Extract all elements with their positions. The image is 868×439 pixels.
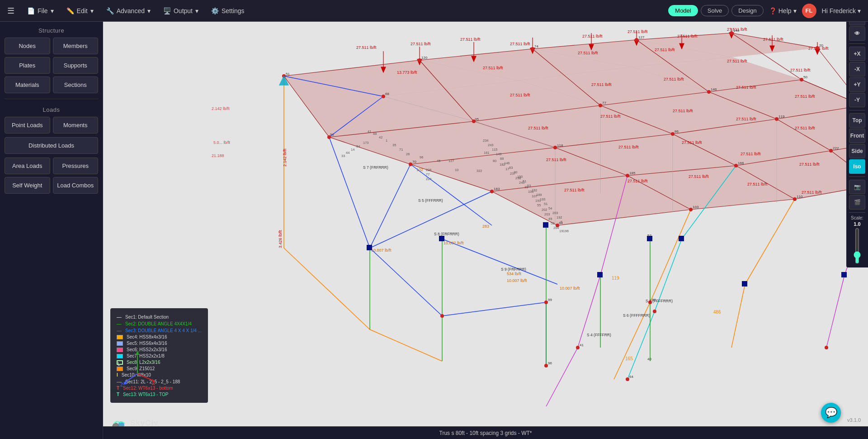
edit-icon: ✏️	[66, 7, 74, 14]
point-loads-button[interactable]: Point Loads	[5, 117, 50, 134]
axes-indicator: Z . Y X	[119, 351, 156, 389]
pressures-button[interactable]: Pressures	[53, 157, 99, 174]
front-view-btn[interactable]: Front	[849, 129, 865, 143]
advanced-icon: 🔧	[106, 7, 114, 14]
bottom-status-bar: Trus s 80ft - 10ft spacing 3 grids - WT*	[103, 426, 868, 439]
plates-button[interactable]: Plates	[5, 57, 50, 74]
self-weight-button[interactable]: Self Weight	[5, 177, 50, 194]
loads-label: Loads	[0, 101, 103, 117]
file-icon: 📄	[27, 7, 35, 14]
plus-y-btn[interactable]: +Y	[849, 77, 865, 92]
loads-buttons: Point Loads Moments	[0, 117, 103, 137]
sidebar: Structure Nodes Members Plates Supports …	[0, 22, 103, 439]
toolbar-divider-4	[849, 212, 865, 213]
structure-buttons: Nodes Members Plates Supports Materials …	[0, 38, 103, 97]
top-right: Model Solve Design ❓ Help ▾ FL Hi Freder…	[668, 4, 861, 18]
settings-icon: ⚙️	[211, 7, 219, 14]
advanced-menu[interactable]: 🔧 Advanced ▾	[101, 5, 156, 17]
iso-view-btn[interactable]: Iso	[849, 159, 865, 174]
help-button[interactable]: ❓ Help ▾	[769, 7, 797, 14]
hamburger-menu[interactable]: ☰	[0, 0, 22, 22]
model-mode-btn[interactable]: Model	[668, 5, 698, 16]
scale-label: Scale:	[851, 215, 863, 220]
svg-text:.: .	[136, 384, 137, 387]
moments-button[interactable]: Moments	[53, 117, 99, 134]
legend-item-sec4: Sec4: HSS8x4x3/16	[117, 334, 202, 339]
legend-item-sec13: T Sec13: WT6x13 - TOP	[117, 392, 202, 397]
sidebar-divider	[5, 99, 98, 99]
mode-buttons: Model Solve Design	[668, 5, 763, 16]
model-svg[interactable]: 27.511 lb/ft 27.511 lb/ft 27.511 lb/ft 1…	[103, 22, 868, 439]
legend-item-sec5: Sec5: HSS6x4x3/16	[117, 341, 202, 346]
file-menu[interactable]: 📄 File ▾	[22, 5, 59, 17]
menu-items: 📄 File ▾ ✏️ Edit ▾ 🔧 Advanced ▾ 🖥️ Outpu…	[22, 5, 668, 17]
scale-slider[interactable]	[854, 228, 861, 264]
camera-btn[interactable]: 📷	[849, 180, 865, 194]
user-menu[interactable]: Hi Frederick ▾	[822, 7, 861, 14]
version-label: v3.1.0	[847, 417, 861, 423]
svg-line-330	[137, 374, 153, 381]
user-avatar: FL	[802, 4, 816, 18]
help-icon: ❓	[769, 7, 777, 14]
svg-text:Y: Y	[136, 351, 140, 356]
toolbar-divider-1	[849, 43, 865, 44]
right-toolbar: ✏️ 👁 +X -X +Y -Y Top Front Side Iso 📷 🎬 …	[846, 7, 868, 267]
legend-item-sec3: — Sec3: DOUBLE ANGLE 4 X 4 X 1/4 ...	[117, 328, 202, 333]
toolbar-divider-3	[849, 177, 865, 177]
design-mode-btn[interactable]: Design	[731, 5, 763, 16]
toolbar-divider-2	[849, 110, 865, 110]
edit-menu[interactable]: ✏️ Edit ▾	[61, 5, 99, 17]
top-view-btn[interactable]: Top	[849, 113, 865, 128]
output-icon: 🖥️	[163, 7, 171, 14]
loads-buttons-2: Area Loads Pressures Self Weight Load Co…	[0, 157, 103, 197]
supports-button[interactable]: Supports	[53, 57, 99, 74]
sections-button[interactable]: Sections	[53, 76, 99, 93]
members-button[interactable]: Members	[53, 38, 99, 54]
materials-button[interactable]: Materials	[5, 76, 50, 93]
area-loads-button[interactable]: Area Loads	[5, 157, 50, 174]
structure-label: Structure	[0, 22, 103, 38]
status-text: Trus s 80ft - 10ft spacing 3 grids - WT*	[439, 430, 532, 436]
side-view-btn[interactable]: Side	[849, 144, 865, 158]
topbar: ☰ 📄 File ▾ ✏️ Edit ▾ 🔧 Advanced ▾ 🖥️ Out…	[0, 0, 868, 22]
svg-rect-322	[103, 22, 868, 439]
settings-menu[interactable]: ⚙️ Settings	[206, 5, 250, 17]
load-combos-button[interactable]: Load Combos	[53, 177, 99, 194]
distributed-loads-button[interactable]: Distributed Loads	[5, 137, 98, 154]
output-menu[interactable]: 🖥️ Output ▾	[158, 5, 204, 17]
minus-y-btn[interactable]: -Y	[849, 93, 865, 107]
solve-mode-btn[interactable]: Solve	[701, 5, 729, 16]
plus-x-btn[interactable]: +X	[849, 47, 865, 61]
svg-text:X: X	[152, 381, 156, 386]
legend-item-sec1: — Sec1: Default Section	[117, 314, 202, 320]
nodes-button[interactable]: Nodes	[5, 38, 50, 54]
legend-item-sec2: — Sec2: DOUBLE ANGLE 4X4X1/4	[117, 321, 202, 326]
eye-tool-btn[interactable]: 👁	[849, 26, 865, 41]
video-btn[interactable]: 🎬	[849, 195, 865, 210]
minus-x-btn[interactable]: -X	[849, 62, 865, 76]
svg-text:Z: Z	[120, 382, 123, 387]
chat-button[interactable]: 💬	[821, 403, 841, 423]
main-canvas[interactable]: 27.511 lb/ft 27.511 lb/ft 27.511 lb/ft 1…	[103, 22, 868, 439]
scale-value: 1.0	[854, 221, 860, 227]
